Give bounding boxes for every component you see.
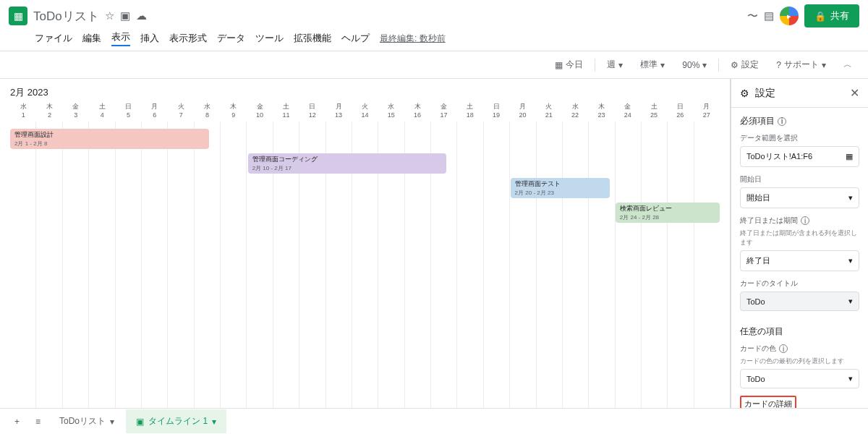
timeline-card[interactable]: 検索画面レビュー2月 24 - 2月 28 xyxy=(616,203,720,223)
divider xyxy=(718,59,719,72)
chevron-down-icon: ▾ xyxy=(848,193,853,203)
day-num: 4 xyxy=(89,111,115,119)
comment-icon[interactable]: ▤ xyxy=(764,9,774,22)
star-icon[interactable]: ☆ xyxy=(105,9,114,22)
gear-icon: ⚙ xyxy=(740,88,749,99)
info-icon[interactable]: i xyxy=(801,216,809,225)
settings-button[interactable]: ⚙設定 xyxy=(725,56,765,74)
period-select[interactable]: 週 ▾ xyxy=(601,56,629,74)
support-button[interactable]: ?サポート ▾ xyxy=(770,56,832,74)
folder-icon[interactable]: ▣ xyxy=(120,9,130,22)
menu-tools[interactable]: ツール xyxy=(255,32,284,45)
weekday: 日 xyxy=(299,102,326,111)
day-num: 19 xyxy=(483,111,509,119)
header: ▦ ToDoリスト ☆ ▣ ☁ 〜 ▤ ▸ 🔒 共有 ファイル 編集 表示 挿入… xyxy=(0,0,868,51)
range-input[interactable]: ToDoリスト!A1:F6▦ xyxy=(740,146,859,167)
weekday-row: 水木金土日月火水木金土日月火水木金土日月火水木金土日月 xyxy=(0,102,730,111)
weekday: 日 xyxy=(483,102,509,111)
weekday: 月 xyxy=(326,102,352,111)
all-sheets-button[interactable]: ≡ xyxy=(28,412,48,431)
timeline-card[interactable]: 管理画面コーディング2月 10 - 2月 17 xyxy=(248,153,447,174)
sidebar-title: 設定 xyxy=(755,87,775,100)
weekday: 金 xyxy=(247,102,273,111)
tab-todolist[interactable]: ToDoリスト ▾ xyxy=(49,409,124,433)
menu-data[interactable]: データ xyxy=(217,32,245,45)
weekday: 日 xyxy=(115,102,141,111)
menu-file[interactable]: ファイル xyxy=(35,32,72,45)
start-select[interactable]: 開始日▾ xyxy=(740,187,859,208)
day-num: 10 xyxy=(247,111,273,119)
required-title: 必須項目 xyxy=(740,115,775,127)
day-num: 9 xyxy=(221,111,247,119)
density-select[interactable]: 標準 ▾ xyxy=(634,56,671,74)
sheets-logo: ▦ xyxy=(9,7,27,25)
menu-edit[interactable]: 編集 xyxy=(82,32,101,45)
weekday: 土 xyxy=(457,102,483,111)
history-icon[interactable]: 〜 xyxy=(747,9,758,23)
card-title: 検索画面レビュー xyxy=(620,204,715,213)
weekday: 土 xyxy=(641,102,667,111)
day-num: 22 xyxy=(562,111,588,119)
day-num: 17 xyxy=(430,111,456,119)
day-num: 11 xyxy=(273,111,299,119)
sheet-tabs: + ≡ ToDoリスト ▾ ▣タイムライン 1 ▾ xyxy=(0,408,868,434)
collapse-button[interactable]: ︿ xyxy=(838,56,858,74)
weekday: 水 xyxy=(10,102,36,111)
menu-format[interactable]: 表示形式 xyxy=(169,32,207,45)
day-num: 2 xyxy=(36,111,62,119)
cloud-icon[interactable]: ☁ xyxy=(136,9,147,22)
add-sheet-button[interactable]: + xyxy=(7,412,27,431)
zoom-select[interactable]: 90% ▾ xyxy=(676,57,712,73)
menu-view[interactable]: 表示 xyxy=(111,30,130,46)
end-select[interactable]: 終了日▾ xyxy=(740,250,859,271)
weekday: 火 xyxy=(536,102,562,111)
card-detail-label-highlight: カードの詳細 xyxy=(740,396,796,408)
last-edit[interactable]: 最終編集: 数秒前 xyxy=(380,33,446,45)
day-num: 6 xyxy=(142,111,168,119)
day-num: 13 xyxy=(326,111,352,119)
card-title-label: カードのタイトル xyxy=(740,278,859,289)
chevron-down-icon: ▾ xyxy=(848,297,853,306)
info-icon[interactable]: i xyxy=(778,117,786,126)
card-title-select[interactable]: ToDo▾ xyxy=(740,292,859,311)
day-num: 3 xyxy=(63,111,89,119)
day-num: 27 xyxy=(694,111,720,119)
card-date: 2月 1 - 2月 8 xyxy=(14,140,205,148)
toolbar: ▦今日 週 ▾ 標準 ▾ 90% ▾ ⚙設定 ?サポート ▾ ︿ xyxy=(0,51,868,79)
share-label: 共有 xyxy=(830,9,849,22)
weekday: 木 xyxy=(221,102,247,111)
menu-bar: ファイル 編集 表示 挿入 表示形式 データ ツール 拡張機能 ヘルプ 最終編集… xyxy=(9,27,859,51)
card-date: 2月 10 - 2月 17 xyxy=(252,164,443,172)
card-color-hint: カードの色の最初の列を選択します xyxy=(740,357,859,366)
day-num: 23 xyxy=(588,111,614,119)
chevron-down-icon: ▾ xyxy=(848,374,853,383)
weekday: 金 xyxy=(63,102,89,111)
card-date: 2月 24 - 2月 28 xyxy=(620,213,715,221)
doc-title[interactable]: ToDoリスト xyxy=(33,8,99,25)
calendar-icon: ▦ xyxy=(555,60,563,70)
month-label: 2月 2023 xyxy=(0,79,730,102)
card-color-label: カードの色 xyxy=(740,344,776,354)
menu-help[interactable]: ヘルプ xyxy=(341,32,370,45)
chevron-down-icon: ▾ xyxy=(848,256,853,265)
menu-extensions[interactable]: 拡張機能 xyxy=(294,32,331,45)
card-title: 管理画面コーディング xyxy=(252,155,443,164)
help-icon: ? xyxy=(776,60,781,70)
meet-icon[interactable]: ▸ xyxy=(780,7,799,25)
info-icon[interactable]: i xyxy=(779,344,788,353)
timeline-icon: ▣ xyxy=(136,417,144,427)
timeline-card[interactable]: 管理画面テスト2月 20 - 2月 23 xyxy=(511,178,610,198)
weekday: 木 xyxy=(404,102,430,111)
share-button[interactable]: 🔒 共有 xyxy=(804,4,859,27)
day-num: 24 xyxy=(615,111,641,119)
weekday: 水 xyxy=(194,102,220,111)
menu-insert[interactable]: 挿入 xyxy=(140,32,159,45)
tab-timeline1[interactable]: ▣タイムライン 1 ▾ xyxy=(126,409,226,433)
today-button[interactable]: ▦今日 xyxy=(549,56,589,74)
card-title: 管理画面テスト xyxy=(515,179,605,189)
card-color-select[interactable]: ToDo▾ xyxy=(740,369,859,388)
close-icon[interactable]: ✕ xyxy=(850,86,859,100)
timeline-card[interactable]: 管理画面設計2月 1 - 2月 8 xyxy=(10,129,209,149)
weekday: 日 xyxy=(667,102,693,111)
day-num: 7 xyxy=(168,111,194,119)
